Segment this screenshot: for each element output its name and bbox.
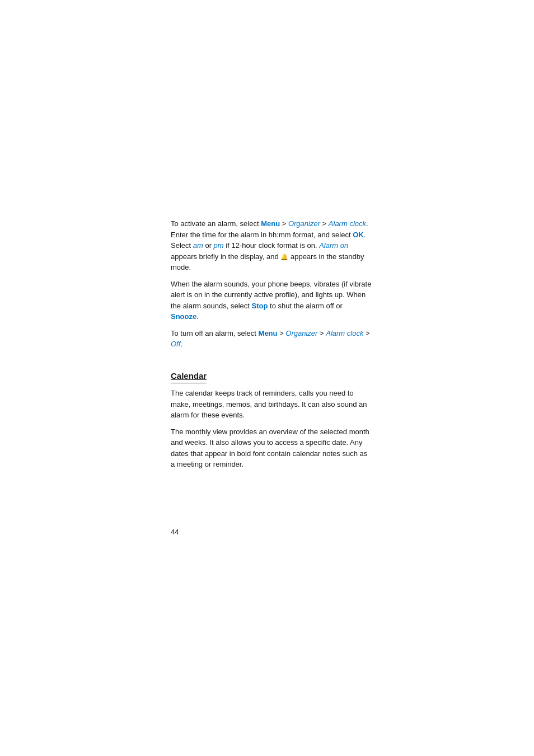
calendar-section: Calendar The calendar keeps track of rem… [171,360,372,470]
suffix4: appears briefly in the display, and [171,252,280,261]
ok-link[interactable]: OK [353,231,364,239]
sep2: > [320,219,329,228]
stop-link[interactable]: Stop [252,302,268,310]
calendar-heading: Calendar [171,360,372,388]
alarm-clock-link-2[interactable]: Alarm clock [326,329,363,337]
page-number: 44 [171,527,179,538]
turn-off-suffix: . [180,340,182,348]
alarm-clock-link-1[interactable]: Alarm clock [329,219,366,228]
organizer-link-2[interactable]: Organizer [285,329,317,337]
activate-prefix: To activate an alarm, select [171,219,261,228]
snooze-link[interactable]: Snooze [171,312,196,321]
pm-link[interactable]: pm [214,241,224,250]
menu-link-2[interactable]: Menu [259,329,278,337]
calendar-title: Calendar [171,370,207,384]
am-link[interactable]: am [193,241,203,250]
sep4: > [317,329,326,337]
content-area: To activate an alarm, select Menu > Orga… [171,218,372,476]
calendar-para-1: The calendar keeps track of reminders, c… [171,388,372,421]
sep1: > [280,219,288,228]
page-container: To activate an alarm, select Menu > Orga… [0,0,534,756]
sep5: > [363,329,369,337]
alarm-bell-icon: 🔔 [280,252,288,262]
off-link[interactable]: Off [171,340,180,348]
middle: or [203,241,214,250]
alarm-sounds-mid: to shut the alarm off or [268,302,342,310]
sep3: > [278,329,286,337]
alarm-sounds-end: . [196,312,199,321]
alarm-on-link[interactable]: Alarm on [319,241,348,250]
alarm-sounds-paragraph: When the alarm sounds, your phone beeps,… [171,279,372,322]
activate-alarm-paragraph: To activate an alarm, select Menu > Orga… [171,218,372,273]
calendar-para-2: The monthly view provides an overview of… [171,426,372,470]
turn-off-alarm-paragraph: To turn off an alarm, select Menu > Orga… [171,328,372,350]
organizer-link-1[interactable]: Organizer [288,219,320,228]
menu-link-1[interactable]: Menu [261,219,280,228]
turn-off-prefix: To turn off an alarm, select [171,329,259,337]
suffix3: if 12-hour clock format is on. [224,241,320,250]
